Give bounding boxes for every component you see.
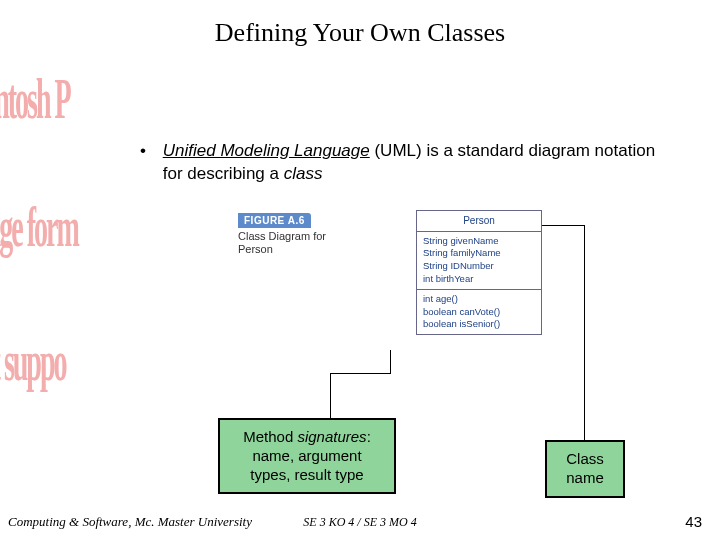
uml-attr: String givenName <box>423 235 535 248</box>
pointer-line <box>330 373 390 374</box>
callout-text: name <box>566 469 604 486</box>
figure-caption-l2: Person <box>238 243 273 255</box>
callout-text: Class <box>566 450 604 467</box>
callout-text-italic: signatures <box>297 428 366 445</box>
uml-class-box: Person String givenName String familyNam… <box>416 210 542 335</box>
uml-attr: String familyName <box>423 247 535 260</box>
pointer-line <box>542 225 584 226</box>
bullet-abbr: (UML) <box>370 141 427 160</box>
callout-text: types, result type <box>250 466 363 483</box>
uml-attributes: String givenName String familyName Strin… <box>417 232 541 290</box>
bullet-dot: • <box>140 140 158 163</box>
uml-attr: int birthYear <box>423 273 535 286</box>
figure-caption-l1: Class Diagram for <box>238 230 326 242</box>
callout-text: Method <box>243 428 297 445</box>
figure-label: FIGURE A.6 Class Diagram for Person <box>238 210 388 256</box>
figure-area: FIGURE A.6 Class Diagram for Person Pers… <box>238 210 568 380</box>
callout-text: : <box>367 428 371 445</box>
footer-center: SE 3 KO 4 / SE 3 MO 4 <box>0 515 720 530</box>
uml-classname: Person <box>417 211 541 232</box>
uml-op: boolean isSenior() <box>423 318 535 331</box>
bullet-term: Unified Modeling Language <box>163 141 370 160</box>
pointer-line <box>390 350 391 374</box>
pointer-line <box>330 373 331 419</box>
bullet-text: Unified Modeling Language (UML) is a sta… <box>163 140 673 186</box>
slide-title: Defining Your Own Classes <box>0 0 720 48</box>
pointer-line <box>584 225 585 440</box>
uml-op: int age() <box>423 293 535 306</box>
uml-operations: int age() boolean canVote() boolean isSe… <box>417 290 541 334</box>
callout-class-name: Class name <box>545 440 625 498</box>
figure-tag: FIGURE A.6 <box>238 213 311 228</box>
watermark-line-2: mage form <box>0 196 78 260</box>
figure-caption: Class Diagram for Person <box>238 230 388 256</box>
watermark-line-1: acintosh P <box>0 68 70 132</box>
watermark-line-3: not suppo <box>0 330 66 394</box>
bullet-item: • Unified Modeling Language (UML) is a s… <box>140 140 680 186</box>
uml-attr: String IDNumber <box>423 260 535 273</box>
bullet-rest2: class <box>284 164 323 183</box>
uml-op: boolean canVote() <box>423 306 535 319</box>
page-number: 43 <box>685 513 702 530</box>
callout-text: name, argument <box>252 447 361 464</box>
callout-method-signatures: Method signatures: name, argument types,… <box>218 418 396 494</box>
